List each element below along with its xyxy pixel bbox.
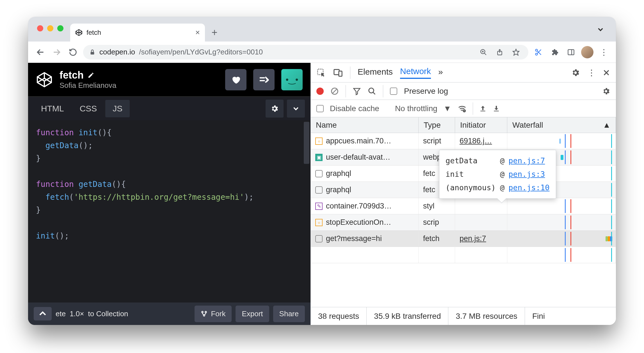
throttling-select[interactable]: No throttling: [395, 104, 437, 113]
finish-time: Fini: [525, 307, 552, 325]
col-waterfall[interactable]: Waterfall▲: [507, 117, 616, 133]
clear-log-icon[interactable]: [330, 87, 339, 95]
delete-button-fragment[interactable]: ete: [56, 310, 66, 318]
stack-link[interactable]: pen.js:10: [508, 181, 549, 194]
throttling-chevron-icon[interactable]: ▼: [444, 104, 451, 113]
svg-rect-17: [568, 49, 574, 55]
initiator-link[interactable]: pen.js:7: [460, 234, 486, 243]
stack-link[interactable]: pen.js:7: [508, 154, 545, 168]
disable-cache-label: Disable cache: [330, 104, 379, 113]
nav-back-button[interactable]: [34, 46, 47, 58]
svg-rect-38: [480, 111, 485, 111]
network-row[interactable]: get?message=hi fetch pen.js:7: [311, 231, 616, 247]
devtools-tabs: Elements Network » ⋮: [311, 63, 616, 82]
search-icon[interactable]: [368, 87, 376, 95]
tab-close-icon[interactable]: ×: [195, 28, 200, 37]
url-input[interactable]: codepen.io/sofiayem/pen/LYdGvLg?editors=…: [83, 45, 528, 59]
tab-elements[interactable]: Elements: [358, 67, 393, 78]
maximize-window-button[interactable]: [57, 25, 63, 31]
extensions-puzzle-icon[interactable]: [549, 46, 561, 58]
profile-avatar[interactable]: [581, 46, 593, 58]
fork-button[interactable]: Fork: [195, 306, 232, 322]
col-name[interactable]: Name: [311, 117, 419, 133]
tab-more[interactable]: »: [438, 67, 443, 78]
close-window-button[interactable]: [37, 25, 43, 31]
svg-line-33: [333, 89, 337, 93]
svg-marker-34: [354, 88, 360, 95]
reload-button[interactable]: [67, 46, 79, 58]
svg-point-24: [202, 311, 203, 313]
pen-title[interactable]: fetch: [60, 69, 218, 81]
device-toolbar-icon[interactable]: [333, 68, 343, 77]
minimize-window-button[interactable]: [47, 25, 53, 31]
tab-css[interactable]: CSS: [72, 100, 104, 117]
preserve-log-checkbox[interactable]: [390, 88, 397, 95]
to-collection-button[interactable]: to Collection: [88, 306, 134, 322]
network-settings-gear-icon[interactable]: [602, 87, 610, 95]
col-initiator[interactable]: Initiator: [455, 117, 507, 133]
codepen-footer: ete 1.0× to Collection Fork Export Share: [28, 302, 310, 325]
import-har-icon[interactable]: [479, 105, 487, 112]
fetch-file-icon: [315, 186, 323, 194]
share-icon[interactable]: [494, 46, 506, 58]
pen-author[interactable]: Sofia Emelianova: [60, 81, 218, 90]
export-button[interactable]: Export: [236, 306, 269, 322]
new-tab-button[interactable]: +: [208, 26, 221, 39]
tab-list-chevron-icon[interactable]: [596, 25, 605, 34]
scissors-extension-icon[interactable]: [532, 46, 545, 58]
filter-funnel-icon[interactable]: [353, 87, 361, 95]
transferred-size: 35.9 kB transferred: [367, 307, 448, 325]
sidepanel-icon[interactable]: [565, 46, 577, 58]
requests-count: 38 requests: [311, 307, 367, 325]
js-file-icon: ⬦: [315, 137, 323, 145]
editor-layout-button[interactable]: [253, 69, 275, 90]
browser-window: fetch × + codepen.io/sofiayem/pen/LYdGvL…: [28, 17, 616, 325]
page-content: fetch Sofia Emelianova •‿• HTML CSS JS: [28, 63, 616, 325]
network-toolbar-secondary: Disable cache No throttling ▼: [311, 100, 616, 117]
share-button[interactable]: Share: [273, 306, 305, 322]
code-content: function init(){ getData(); } function g…: [36, 126, 303, 242]
bookmark-star-icon[interactable]: [510, 46, 522, 58]
zoom-readout[interactable]: 1.0×: [70, 310, 84, 318]
browser-tab[interactable]: fetch ×: [70, 24, 205, 42]
network-row[interactable]: ⬦appcues.main.70… script 69186.j…: [311, 133, 616, 149]
stack-link[interactable]: pen.js:3: [508, 168, 545, 181]
svg-point-35: [369, 88, 374, 93]
tab-network[interactable]: Network: [400, 67, 431, 79]
lock-icon: [89, 49, 95, 55]
editor-settings-gear-icon[interactable]: [266, 100, 284, 118]
network-table: ⬦appcues.main.70… script 69186.j… ▣user-…: [311, 133, 616, 307]
record-button[interactable]: [316, 88, 324, 95]
svg-rect-5: [91, 52, 94, 54]
export-har-icon[interactable]: [493, 105, 500, 112]
network-conditions-wifi-icon[interactable]: [458, 104, 467, 113]
chrome-menu-icon[interactable]: ⋮: [597, 46, 610, 58]
edit-pencil-icon[interactable]: [88, 72, 94, 79]
svg-rect-39: [494, 111, 499, 111]
devtools-settings-gear-icon[interactable]: [571, 68, 580, 77]
nav-forward-button[interactable]: [51, 46, 63, 58]
code-editor[interactable]: function init(){ getData(); } function g…: [28, 120, 310, 302]
devtools-panel: Elements Network » ⋮ Preserve l: [310, 63, 616, 325]
image-file-icon: ▣: [315, 154, 323, 161]
network-row[interactable]: ✎container.7099d3… styl: [311, 198, 616, 214]
codepen-logo-icon[interactable]: [36, 71, 53, 88]
disable-cache-checkbox[interactable]: [316, 105, 324, 112]
initiator-link[interactable]: 69186.j…: [460, 137, 492, 145]
editor-tabs: HTML CSS JS: [28, 97, 310, 120]
fetch-file-icon: [315, 235, 323, 242]
editor-collapse-chevron-icon[interactable]: [287, 100, 305, 118]
tab-js[interactable]: JS: [105, 100, 130, 117]
zoom-icon[interactable]: [477, 46, 490, 58]
devtools-close-icon[interactable]: [602, 69, 610, 77]
heart-button[interactable]: [225, 69, 246, 90]
col-type[interactable]: Type: [419, 117, 455, 133]
footer-expand-button[interactable]: [34, 307, 52, 320]
tab-html[interactable]: HTML: [34, 100, 71, 117]
inspect-element-icon[interactable]: [316, 68, 326, 77]
editor-scrollbar[interactable]: [304, 122, 309, 164]
user-avatar[interactable]: •‿•: [281, 69, 303, 90]
network-columns-header: Name Type Initiator Waterfall▲: [311, 117, 616, 133]
devtools-menu-icon[interactable]: ⋮: [587, 68, 595, 77]
network-row[interactable]: ⬦stopExecutionOn… scrip: [311, 214, 616, 231]
